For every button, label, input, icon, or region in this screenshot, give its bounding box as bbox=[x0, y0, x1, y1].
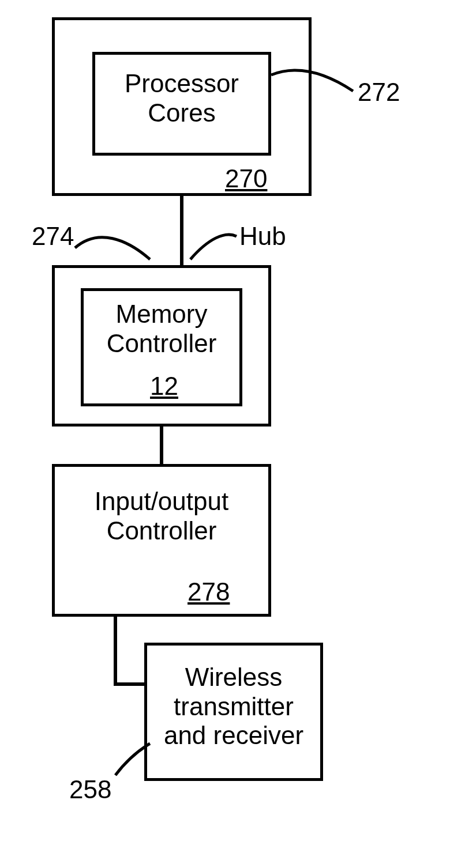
lead-line-258 bbox=[0, 0, 465, 868]
